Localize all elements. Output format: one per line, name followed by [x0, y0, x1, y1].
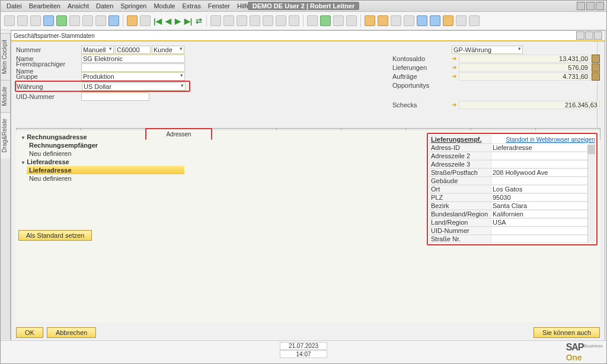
toolbar-globe-icon[interactable] — [430, 15, 440, 26]
nummer-type-dropdown[interactable]: Kunde — [152, 46, 184, 54]
addr-value-4[interactable] — [491, 177, 595, 185]
addr-browser-link[interactable]: Standort in Webbrowser anzeigen — [491, 136, 595, 143]
lieferungen-link-icon[interactable]: ➜ — [452, 64, 456, 71]
addr-value-9[interactable]: USA — [491, 218, 595, 226]
addr-value-10[interactable] — [491, 226, 595, 235]
tab-adressen[interactable]: Adressen — [145, 128, 212, 140]
menu-springen[interactable]: Springen — [117, 2, 150, 10]
lieferungen-chart-icon[interactable] — [592, 63, 600, 72]
toolbar-win2-icon[interactable] — [469, 15, 480, 26]
addr-scroll-thumb[interactable] — [588, 145, 595, 154]
menu-module[interactable]: Module — [150, 2, 178, 10]
abbrechen-button[interactable]: Abbrechen — [47, 327, 96, 338]
nav-first-icon[interactable]: |◀ — [153, 17, 162, 25]
addr-scrollbar[interactable] — [587, 145, 595, 243]
toolbar-email-icon[interactable] — [43, 15, 54, 26]
menu-extras[interactable]: Extras — [178, 2, 204, 10]
addr-value-0[interactable]: Lieferadresse — [491, 143, 595, 152]
tree-rechnung-empf[interactable]: Rechnungsempfänger — [27, 141, 184, 149]
tree-rechnung-neu[interactable]: Neu definieren — [27, 149, 184, 158]
toolbar-ok-icon[interactable] — [320, 15, 331, 26]
form-max-icon[interactable] — [585, 31, 593, 40]
toolbar-g1-icon[interactable] — [210, 15, 221, 26]
nav-prev-icon[interactable]: ◀ — [165, 17, 172, 25]
toolbar-g5-icon[interactable] — [263, 15, 273, 26]
nav-refresh-icon[interactable]: ⇄ — [195, 17, 203, 25]
toolbar-list-icon[interactable] — [333, 15, 344, 26]
menu-daten[interactable]: Daten — [92, 2, 117, 10]
form-min-icon[interactable] — [576, 31, 584, 40]
status-date: 21.07.2023 — [280, 342, 327, 350]
uid-input[interactable] — [81, 92, 149, 101]
toolbar-excel-icon[interactable] — [56, 15, 67, 26]
menu-bearbeiten[interactable]: Bearbeiten — [25, 2, 64, 10]
toolbar-preview-icon[interactable] — [30, 15, 41, 26]
tree-liefer-selected[interactable]: Lieferadresse — [27, 166, 184, 174]
name-input[interactable]: SG Elektronic — [81, 55, 185, 63]
toolbar-print-icon[interactable] — [17, 15, 28, 26]
app-min-icon[interactable] — [577, 2, 585, 10]
form-close-icon[interactable] — [594, 31, 602, 40]
auftraege-link-icon[interactable]: ➜ — [452, 73, 456, 79]
addr-value-6[interactable]: 95030 — [491, 193, 595, 202]
gp-waehrung-dropdown[interactable]: GP-Währung — [452, 46, 523, 54]
lieferungen-label: Lieferungen — [392, 64, 452, 71]
gruppe-dropdown[interactable]: Produktion — [81, 72, 185, 81]
nummer-input[interactable]: C60000 — [115, 46, 151, 54]
toolbar-g3-icon[interactable] — [237, 15, 247, 26]
addr-value-5[interactable]: Los Gatos — [491, 185, 595, 193]
tree-liefer-neu[interactable]: Neu definieren — [27, 174, 184, 183]
kontosaldo-link-icon[interactable]: ➜ — [452, 55, 456, 62]
menu-datei[interactable]: Datei — [3, 2, 25, 10]
nav-next-icon[interactable]: ▶ — [174, 17, 181, 25]
toolbar-help-icon[interactable] — [443, 15, 453, 26]
menu-ansicht[interactable]: Ansicht — [64, 2, 92, 10]
toolbar-doc-icon[interactable] — [69, 15, 80, 26]
addr-value-1[interactable] — [491, 152, 595, 160]
toolbar-o3-icon[interactable] — [391, 15, 401, 26]
tree-liefer-header[interactable]: Lieferadresse — [18, 158, 184, 166]
nav-last-icon[interactable]: ▶| — [184, 17, 193, 25]
kontosaldo-chart-icon[interactable] — [592, 55, 600, 63]
toolbar-lock-icon[interactable] — [95, 15, 106, 26]
toolbar-g6-icon[interactable] — [276, 15, 286, 26]
toolbar-doc2-icon[interactable] — [82, 15, 93, 26]
fremd-input[interactable] — [81, 63, 185, 72]
schecks-link-icon[interactable]: ➜ — [452, 101, 456, 108]
app-max-icon[interactable] — [586, 2, 595, 10]
toolbar-o2-icon[interactable] — [378, 15, 388, 26]
toolbar-user-icon[interactable] — [417, 15, 427, 26]
toolbar-upload-icon[interactable] — [108, 15, 119, 26]
toolbar-g2-icon[interactable] — [223, 15, 234, 26]
toolbar-g7-icon[interactable] — [289, 15, 299, 26]
als-standard-button[interactable]: Als Standard setzen — [18, 230, 92, 241]
side-tab-module[interactable]: Module — [1, 80, 10, 112]
addr-row-8: Bundesland/RegionKalifornien — [429, 210, 595, 218]
addr-value-7[interactable]: Santa Clara — [491, 202, 595, 210]
menu-fenster[interactable]: Fenster — [205, 2, 234, 10]
addr-value-8[interactable]: Kalifornien — [491, 210, 595, 218]
menu-hilfe[interactable]: Hilfe — [234, 2, 254, 10]
waehrung-dropdown[interactable]: US Dollar — [82, 82, 186, 91]
toolbar-calendar-icon[interactable] — [140, 15, 151, 26]
auftraege-chart-icon[interactable] — [592, 72, 600, 81]
toolbar-win1-icon[interactable] — [456, 15, 467, 26]
side-tab-dragrelate[interactable]: Drag&Relate — [1, 112, 10, 158]
app-close-icon[interactable] — [596, 2, 604, 10]
toolbar-o1-icon[interactable] — [365, 15, 375, 26]
brand-logo: SAPBusiness One — [566, 342, 603, 362]
addr-value-11[interactable] — [491, 235, 595, 243]
addr-value-3[interactable]: 208 Hollywood Ave — [491, 168, 595, 177]
ok-button[interactable]: OK — [16, 327, 43, 338]
toolbar-new-icon[interactable] — [4, 15, 15, 26]
nummer-mode-dropdown[interactable]: Manuell — [81, 46, 114, 54]
toolbar-o4-icon[interactable] — [404, 15, 414, 26]
sie-koennen-button[interactable]: Sie können auch — [533, 327, 600, 338]
addr-value-2[interactable] — [491, 160, 595, 168]
toolbar-find-icon[interactable] — [127, 15, 138, 26]
toolbar-g4-icon[interactable] — [250, 15, 260, 26]
toolbar-edit-icon[interactable] — [307, 15, 318, 26]
toolbar-grid-icon[interactable] — [346, 15, 357, 26]
auftraege-label: Aufträge — [392, 73, 452, 80]
side-tab-cockpit[interactable]: Mein Cockpit — [1, 33, 10, 80]
